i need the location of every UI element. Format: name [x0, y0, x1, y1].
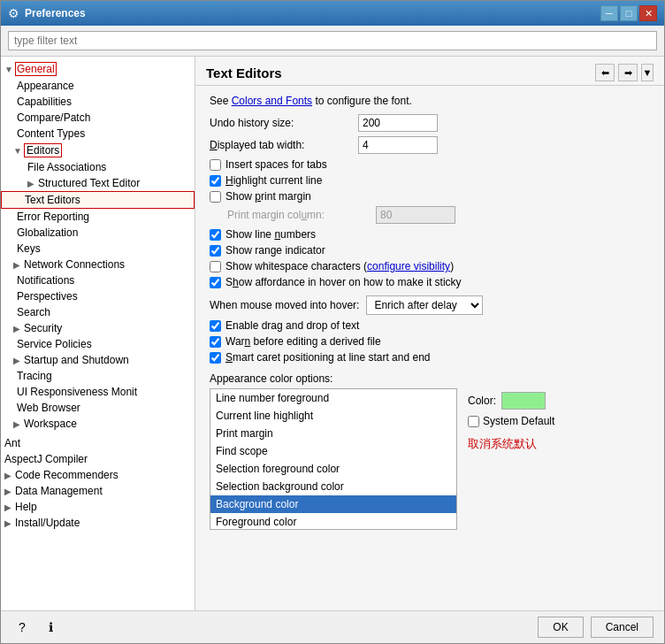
- content-scroll: See Colors and Fonts to configure the fo…: [195, 86, 664, 610]
- maximize-button[interactable]: □: [620, 5, 638, 21]
- expand-arrow-code-recommenders: ▶: [4, 471, 13, 480]
- general-label: General: [15, 62, 57, 76]
- sidebar-item-keys[interactable]: Keys: [1, 241, 195, 257]
- show-range-label: Show range indicator: [225, 244, 325, 257]
- forward-button[interactable]: ➡: [618, 64, 638, 81]
- back-button[interactable]: ⬅: [595, 64, 615, 81]
- warn-before-checkbox[interactable]: [210, 336, 221, 348]
- show-affordance-checkbox[interactable]: [210, 277, 221, 288]
- tab-input[interactable]: [358, 136, 438, 154]
- sidebar-item-service-policies[interactable]: Service Policies: [1, 336, 195, 352]
- color-item-current-line[interactable]: Current line highlight: [210, 407, 456, 425]
- sidebar-item-security[interactable]: ▶ Security: [1, 320, 195, 336]
- search-label: Search: [17, 306, 50, 318]
- show-affordance-label: Show affordance in hover on how to make …: [225, 276, 462, 288]
- close-button[interactable]: ✕: [639, 5, 657, 21]
- main-content: ▼ General Appearance Capabilities Compar…: [1, 57, 664, 610]
- color-item-foreground-color[interactable]: Foreground color: [210, 513, 456, 530]
- warn-before-row: Warn before editing a derived file: [210, 335, 650, 348]
- service-policies-label: Service Policies: [17, 338, 92, 350]
- show-print-label: Show print margin: [225, 190, 311, 203]
- compare-patch-label: Compare/Patch: [17, 111, 90, 124]
- info-button[interactable]: ℹ: [40, 617, 61, 638]
- help-button[interactable]: ?: [11, 617, 33, 638]
- sidebar-item-capabilities[interactable]: Capabilities: [1, 94, 195, 110]
- color-item-print-margin[interactable]: Print margin: [210, 425, 456, 442]
- hover-row: When mouse moved into hover: Enrich afte…: [210, 295, 650, 315]
- intro-text: See: [210, 95, 232, 107]
- color-item-selection-bg[interactable]: Selection background color: [210, 478, 456, 495]
- color-item-selection-fg[interactable]: Selection foreground color: [210, 460, 456, 478]
- web-browser-label: Web Browser: [17, 402, 80, 414]
- warn-before-label: Warn before editing a derived file: [225, 335, 381, 348]
- notifications-label: Notifications: [17, 274, 74, 287]
- undo-label: Undo history size:: [210, 117, 351, 129]
- sidebar-item-text-editors[interactable]: Text Editors: [1, 191, 195, 209]
- show-line-numbers-checkbox[interactable]: [210, 229, 221, 241]
- sidebar-item-web-browser[interactable]: Web Browser: [1, 400, 195, 416]
- color-right-panel: Color: System Default 取消系统默认: [468, 392, 554, 452]
- sidebar-item-globalization[interactable]: Globalization: [1, 225, 195, 241]
- structured-label: Structured Text Editor: [38, 177, 140, 189]
- startup-label: Startup and Shutdown: [24, 354, 129, 366]
- sidebar-item-help[interactable]: ▶ Help: [1, 499, 195, 515]
- sidebar-item-install-update[interactable]: ▶ Install/Update: [1, 515, 195, 531]
- show-range-checkbox[interactable]: [210, 245, 221, 257]
- sidebar-item-structured[interactable]: ▶ Structured Text Editor: [1, 175, 195, 191]
- preferences-dialog: ⚙ Preferences ─ □ ✕ ▼ General Appearance: [0, 0, 665, 644]
- install-update-label: Install/Update: [15, 517, 80, 529]
- sidebar-item-data-management[interactable]: ▶ Data Management: [1, 483, 195, 499]
- sidebar-item-startup[interactable]: ▶ Startup and Shutdown: [1, 352, 195, 368]
- sidebar-item-appearance[interactable]: Appearance: [1, 78, 195, 94]
- tab-label: Displayed tab width:: [210, 139, 351, 151]
- sidebar-item-file-assoc[interactable]: File Associations: [1, 159, 195, 175]
- sidebar-item-workspace[interactable]: ▶ Workspace: [1, 416, 195, 432]
- sidebar-item-search[interactable]: Search: [1, 304, 195, 320]
- undo-input[interactable]: [358, 114, 438, 132]
- show-print-checkbox[interactable]: [210, 191, 221, 203]
- enable-drag-checkbox[interactable]: [210, 320, 221, 332]
- sidebar-item-tracing[interactable]: Tracing: [1, 368, 195, 384]
- sidebar-item-notifications[interactable]: Notifications: [1, 272, 195, 288]
- sidebar-item-general[interactable]: ▼ General: [1, 60, 195, 78]
- expand-arrow-general: ▼: [4, 65, 13, 74]
- file-assoc-label: File Associations: [27, 161, 106, 173]
- sidebar-item-aspectj[interactable]: AspectJ Compiler: [1, 451, 195, 467]
- intro-line: See Colors and Fonts to configure the fo…: [210, 95, 650, 107]
- hover-dropdown[interactable]: Enrich after delay Enrich immediately Do…: [366, 295, 483, 315]
- colors-fonts-link[interactable]: Colors and Fonts: [232, 95, 312, 107]
- color-item-find-scope[interactable]: Find scope: [210, 442, 456, 460]
- smart-caret-checkbox[interactable]: [210, 352, 221, 364]
- dropdown-button[interactable]: ▼: [641, 64, 654, 81]
- print-margin-col-input[interactable]: [376, 206, 455, 224]
- sidebar-item-ant[interactable]: Ant: [1, 435, 195, 451]
- sidebar-item-editors[interactable]: ▼ Editors: [1, 142, 195, 159]
- filter-input[interactable]: [8, 31, 657, 50]
- data-management-label: Data Management: [15, 485, 103, 497]
- cancel-system-text: 取消系统默认: [468, 436, 554, 452]
- color-swatch[interactable]: [501, 392, 546, 410]
- minimize-button[interactable]: ─: [600, 5, 618, 21]
- sidebar-item-code-recommenders[interactable]: ▶ Code Recommenders: [1, 467, 195, 483]
- enable-drag-label: Enable drag and drop of text: [225, 319, 359, 332]
- highlight-line-checkbox[interactable]: [210, 175, 221, 187]
- sidebar-item-perspectives[interactable]: Perspectives: [1, 288, 195, 304]
- sidebar-item-content-types[interactable]: Content Types: [1, 126, 195, 142]
- color-list[interactable]: Line number foreground Current line high…: [210, 388, 457, 530]
- sidebar-item-error-reporting[interactable]: Error Reporting: [1, 209, 195, 225]
- configure-visibility-link[interactable]: configure visibility: [367, 260, 450, 272]
- show-whitespace-checkbox[interactable]: [210, 261, 221, 272]
- cancel-button[interactable]: Cancel: [591, 617, 654, 638]
- ok-button[interactable]: OK: [538, 617, 583, 638]
- color-item-line-num-fg[interactable]: Line number foreground: [210, 389, 456, 407]
- content-panel: Text Editors ⬅ ➡ ▼ See Colors and Fonts …: [195, 57, 664, 610]
- sidebar-item-compare-patch[interactable]: Compare/Patch: [1, 110, 195, 126]
- insert-spaces-checkbox[interactable]: [210, 159, 221, 171]
- expand-arrow-startup: ▶: [13, 356, 22, 365]
- sidebar-item-network[interactable]: ▶ Network Connections: [1, 257, 195, 272]
- security-label: Security: [24, 322, 62, 334]
- sidebar-item-ui-responsiveness[interactable]: UI Responsiveness Monit: [1, 384, 195, 400]
- system-default-checkbox[interactable]: [468, 416, 479, 427]
- footer-right: OK Cancel: [538, 617, 654, 638]
- color-item-background-color[interactable]: Background color: [210, 495, 456, 513]
